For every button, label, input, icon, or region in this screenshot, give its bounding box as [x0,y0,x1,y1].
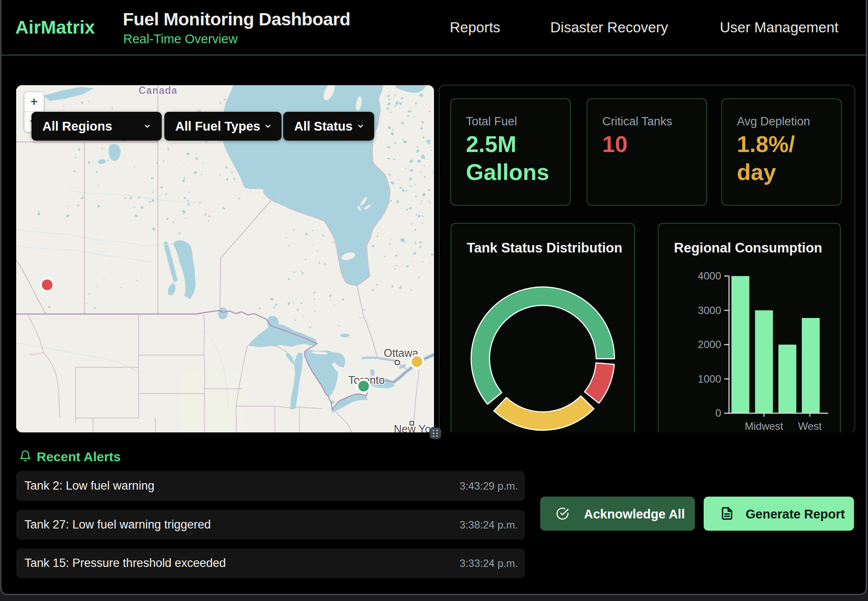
svg-text:West: West [798,420,822,432]
svg-text:New York: New York [394,423,434,432]
svg-text:2000: 2000 [698,338,721,350]
svg-text:1000: 1000 [698,373,721,385]
svg-text:4000: 4000 [698,270,721,282]
svg-text:Canada: Canada [139,85,177,96]
svg-text:3000: 3000 [698,304,721,316]
svg-text:0: 0 [715,407,721,419]
svg-text:Midwest: Midwest [745,420,783,432]
